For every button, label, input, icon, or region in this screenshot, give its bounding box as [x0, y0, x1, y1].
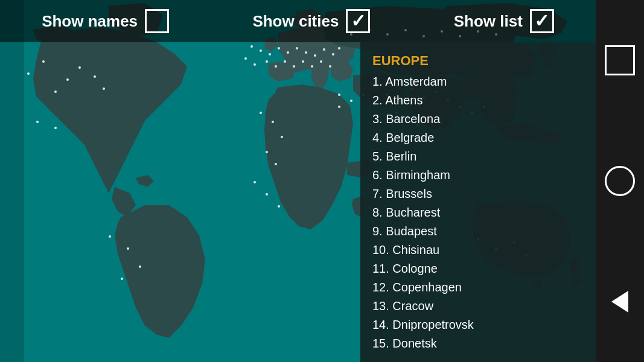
- city-dot: [323, 48, 325, 51]
- city-dot: [260, 112, 262, 114]
- list-item[interactable]: 9. Budapest: [360, 222, 596, 241]
- city-dot: [287, 51, 289, 54]
- city-dot: [121, 278, 123, 280]
- city-dot: [127, 247, 129, 250]
- city-dot: [338, 47, 340, 49]
- city-dot: [278, 47, 280, 49]
- city-dot: [253, 181, 256, 183]
- city-list-panel[interactable]: EUROPE 1. Amsterdam2. Athens3. Barcelona…: [360, 42, 596, 362]
- city-dot: [253, 63, 256, 66]
- show-list-checkbox[interactable]: ✓: [530, 9, 554, 33]
- city-dot: [260, 49, 262, 52]
- city-dot: [266, 193, 268, 195]
- city-dot: [139, 265, 141, 268]
- city-dot: [66, 78, 69, 81]
- city-dot: [278, 205, 280, 208]
- show-list-label: Show list: [454, 12, 523, 31]
- right-navigation: [596, 0, 644, 362]
- city-dot: [42, 60, 45, 63]
- circle-button[interactable]: [605, 166, 635, 196]
- top-bar: Show names Show cities ✓ Show list ✓: [0, 0, 596, 42]
- city-dot: [305, 51, 307, 54]
- list-item[interactable]: 12. Copenhagen: [360, 278, 596, 297]
- show-names-label: Show names: [42, 12, 138, 31]
- city-dot: [314, 54, 316, 57]
- city-dot: [94, 75, 96, 78]
- city-dot: [109, 235, 111, 238]
- show-cities-toggle[interactable]: Show cities ✓: [252, 9, 370, 33]
- city-dot: [275, 65, 277, 68]
- city-dot: [27, 72, 30, 75]
- show-names-toggle[interactable]: Show names: [42, 9, 169, 33]
- city-dot: [329, 65, 331, 68]
- city-dot: [36, 121, 39, 123]
- list-item[interactable]: 11. Cologne: [360, 259, 596, 278]
- city-dot: [266, 151, 268, 153]
- city-dot: [311, 65, 313, 68]
- show-names-checkbox[interactable]: [145, 9, 169, 33]
- show-cities-checkbox[interactable]: ✓: [346, 9, 370, 33]
- city-dot: [281, 136, 283, 138]
- list-item[interactable]: 8. Bucharest: [360, 203, 596, 222]
- city-dot: [78, 66, 81, 69]
- list-item[interactable]: 13. Cracow: [360, 297, 596, 316]
- city-dot: [54, 127, 57, 129]
- list-item[interactable]: 14. Dnipropetrovsk: [360, 316, 596, 334]
- city-dot: [296, 47, 298, 49]
- city-dot: [275, 163, 277, 165]
- show-list-toggle[interactable]: Show list ✓: [454, 9, 554, 33]
- back-triangle-icon: [611, 291, 628, 313]
- list-item[interactable]: 7. Brussels: [360, 185, 596, 203]
- city-dot: [266, 60, 268, 63]
- city-dot: [320, 60, 322, 63]
- back-button[interactable]: [605, 287, 635, 317]
- city-dot: [272, 121, 274, 123]
- show-list-checkmark: ✓: [534, 12, 549, 30]
- list-item[interactable]: 3. Barcelona: [360, 110, 596, 129]
- city-dot: [302, 60, 304, 63]
- region-header: EUROPE: [360, 48, 596, 72]
- city-dot: [244, 57, 247, 60]
- city-dot: [250, 45, 253, 48]
- show-cities-checkmark: ✓: [351, 12, 366, 30]
- list-item[interactable]: 6. Birmingham: [360, 166, 596, 185]
- city-dot: [269, 53, 271, 56]
- list-item[interactable]: 4. Belgrade: [360, 129, 596, 147]
- city-dot: [338, 106, 340, 108]
- city-dot: [338, 94, 340, 96]
- city-dot: [332, 53, 334, 56]
- city-dot: [293, 65, 295, 68]
- list-item[interactable]: 5. Berlin: [360, 147, 596, 166]
- show-cities-label: Show cities: [252, 12, 339, 31]
- square-button[interactable]: [605, 45, 635, 75]
- list-item[interactable]: 2. Athens: [360, 91, 596, 110]
- cities-container: 1. Amsterdam2. Athens3. Barcelona4. Belg…: [360, 72, 596, 353]
- list-item[interactable]: 1. Amsterdam: [360, 72, 596, 91]
- list-item[interactable]: 15. Donetsk: [360, 334, 596, 353]
- city-dot: [54, 91, 57, 93]
- city-dot: [103, 87, 105, 90]
- list-item[interactable]: 10. Chisinau: [360, 241, 596, 259]
- city-dot: [284, 60, 286, 63]
- city-dot: [350, 100, 352, 102]
